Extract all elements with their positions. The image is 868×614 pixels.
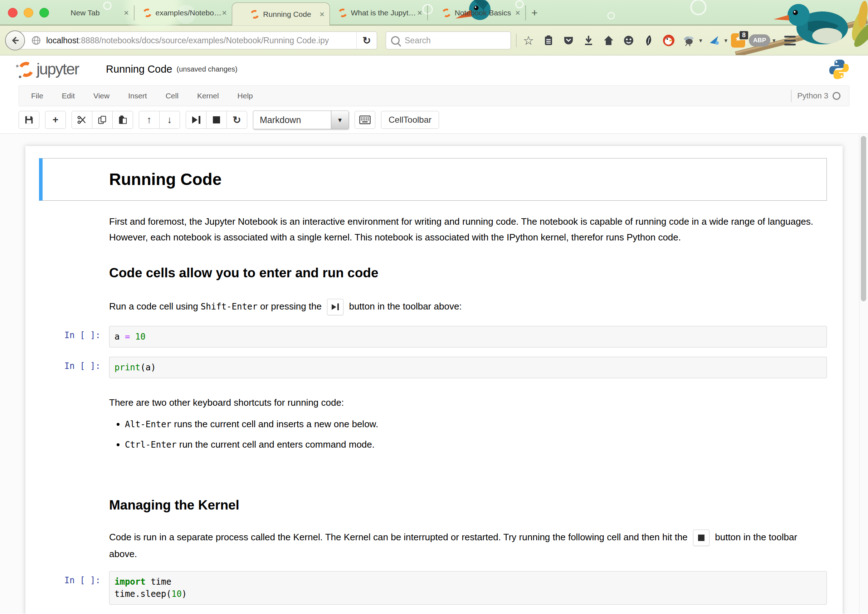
code-cell[interactable]: In [ ]: print(a) bbox=[25, 357, 843, 378]
tab-new-tab[interactable]: New Tab × bbox=[37, 0, 134, 25]
tab-what-is-jupyter[interactable]: What is the Jupyter Notebook × bbox=[330, 0, 427, 25]
tab-close-icon[interactable]: × bbox=[417, 9, 422, 17]
browser-chrome: New Tab × examples/Notebook/ × Running C… bbox=[0, 0, 868, 55]
search-box[interactable] bbox=[386, 31, 511, 50]
move-cell-down-button[interactable]: ↓ bbox=[159, 111, 180, 129]
menu-help[interactable]: Help bbox=[228, 91, 262, 100]
jupyter-header: jupyter Running Code (unsaved changes) bbox=[0, 55, 868, 83]
menu-insert[interactable]: Insert bbox=[119, 91, 157, 100]
code-input[interactable]: print(a) bbox=[109, 357, 827, 378]
scissors-icon bbox=[77, 115, 87, 125]
back-button[interactable] bbox=[5, 30, 25, 50]
adblock-plus-icon[interactable]: ABP bbox=[749, 34, 770, 47]
insert-cell-button[interactable]: + bbox=[45, 111, 66, 129]
search-input[interactable] bbox=[404, 36, 505, 46]
tab-label: New Tab bbox=[70, 9, 99, 17]
keyboard-icon bbox=[359, 115, 370, 124]
firefox-window: New Tab × examples/Notebook/ × Running C… bbox=[0, 0, 868, 614]
markdown-cell[interactable]: There are two other keyboard shortcuts f… bbox=[25, 395, 843, 458]
markdown-cell[interactable]: First and foremost, the Jupyter Notebook… bbox=[25, 214, 843, 245]
shortcut-item: Ctrl-Enter run the current cell and ente… bbox=[125, 438, 827, 451]
orange-extension-icon[interactable]: * 8 bbox=[731, 33, 745, 48]
notebook-toolbar: + bbox=[0, 106, 868, 134]
markdown-cell[interactable]: Run a code cell using Shift-Enter or pre… bbox=[25, 298, 843, 315]
dropdown-caret-icon[interactable]: ▾ bbox=[772, 37, 776, 44]
kernel-name: Python 3 bbox=[797, 91, 828, 101]
scrollbar-thumb[interactable] bbox=[861, 136, 866, 301]
tab-close-icon[interactable]: × bbox=[515, 9, 520, 17]
copy-cell-button[interactable] bbox=[92, 111, 113, 129]
markdown-cell[interactable]: Managing the Kernel bbox=[25, 497, 843, 513]
quill-extension-icon[interactable] bbox=[640, 32, 657, 49]
bookmark-star-icon[interactable]: ☆ bbox=[520, 32, 537, 49]
tab-close-icon[interactable]: × bbox=[124, 9, 129, 17]
save-button[interactable] bbox=[19, 111, 39, 129]
celltoolbar-button[interactable]: CellToolbar bbox=[381, 111, 439, 129]
tabs: New Tab × examples/Notebook/ × Running C… bbox=[37, 0, 543, 25]
tab-notebook-basics[interactable]: Notebook Basics × bbox=[428, 0, 525, 25]
restart-kernel-button[interactable]: ↻ bbox=[226, 111, 247, 129]
shortcuts-list: Alt-Enter runs the current cell and inse… bbox=[109, 417, 827, 451]
code-input[interactable]: import timetime.sleep(10) bbox=[109, 571, 827, 605]
interrupt-kernel-button[interactable] bbox=[206, 111, 227, 129]
duckduckgo-icon[interactable] bbox=[660, 32, 677, 49]
selected-markdown-cell[interactable]: Running Code bbox=[39, 158, 827, 201]
shortcuts-intro: There are two other keyboard shortcuts f… bbox=[109, 395, 827, 411]
section-heading-kernel: Managing the Kernel bbox=[109, 497, 827, 513]
tab-close-icon[interactable]: × bbox=[222, 9, 227, 17]
feedback-smiley-icon[interactable] bbox=[620, 32, 637, 49]
shortcut-item: Alt-Enter runs the current cell and inse… bbox=[125, 417, 827, 431]
python-logo-icon bbox=[829, 59, 849, 79]
jupyter-logo[interactable]: jupyter bbox=[19, 61, 79, 77]
code-cell[interactable]: In [ ]: a = 10 bbox=[25, 326, 843, 347]
run-cell-button[interactable] bbox=[186, 111, 206, 129]
cell-type-select[interactable]: Markdown ▾ bbox=[253, 110, 349, 129]
downloads-icon[interactable] bbox=[580, 32, 597, 49]
menu-file[interactable]: File bbox=[22, 91, 53, 100]
paste-cell-button[interactable] bbox=[112, 111, 133, 129]
url-bar[interactable]: localhost:8888/notebooks/docs/source/exa… bbox=[16, 31, 377, 50]
menu-cell[interactable]: Cell bbox=[157, 91, 188, 100]
code-cell[interactable]: In [ ]: import timetime.sleep(10) bbox=[25, 571, 843, 605]
paste-icon bbox=[118, 115, 128, 125]
jupyter-favicon-icon bbox=[250, 9, 260, 19]
pocket-icon[interactable] bbox=[560, 32, 577, 49]
menu-edit[interactable]: Edit bbox=[53, 91, 84, 100]
back-arrow-icon bbox=[10, 36, 20, 45]
menu-kernel[interactable]: Kernel bbox=[188, 91, 228, 100]
search-icon bbox=[391, 36, 400, 45]
tab-examples-notebook[interactable]: examples/Notebook/ × bbox=[135, 0, 232, 25]
cut-cell-button[interactable] bbox=[71, 111, 92, 129]
command-palette-button[interactable] bbox=[355, 111, 375, 129]
window-minimize-button[interactable] bbox=[23, 8, 33, 17]
kernel-idle-icon bbox=[832, 92, 840, 100]
markdown-cell[interactable]: Code cells allow you to enter and run co… bbox=[25, 265, 843, 281]
blue-tool-extension-icon[interactable] bbox=[706, 32, 722, 49]
toolbar-divider bbox=[516, 34, 517, 47]
move-cell-up-button[interactable]: ↑ bbox=[139, 111, 160, 129]
tab-label: What is the Jupyter Notebook bbox=[351, 9, 419, 17]
notebook-title[interactable]: Running Code bbox=[106, 64, 172, 75]
home-icon[interactable] bbox=[600, 32, 617, 49]
scrollbar-track[interactable] bbox=[859, 135, 868, 614]
menu-view[interactable]: View bbox=[84, 91, 119, 100]
stop-icon bbox=[213, 116, 220, 124]
notebook-scroll-area[interactable]: Running Code First and foremost, the Jup… bbox=[0, 134, 868, 614]
tab-running-code-active[interactable]: Running Code × bbox=[232, 3, 330, 25]
tab-label: Notebook Basics bbox=[455, 9, 511, 17]
reading-list-icon[interactable] bbox=[540, 32, 557, 49]
markdown-cell-clipped[interactable]: If the Kernel dies you will be prompted … bbox=[25, 611, 843, 614]
window-zoom-button[interactable] bbox=[39, 8, 49, 17]
menu-hamburger-icon[interactable] bbox=[784, 36, 796, 45]
code-input[interactable]: a = 10 bbox=[109, 326, 827, 347]
dropdown-caret-icon[interactable]: ▾ bbox=[724, 37, 728, 44]
markdown-cell[interactable]: Code is run in a separate process called… bbox=[25, 529, 843, 562]
reload-button[interactable]: ↻ bbox=[356, 32, 377, 49]
input-prompt: In [ ]: bbox=[39, 326, 109, 347]
move-button-group: ↑ ↓ bbox=[139, 111, 180, 129]
window-close-button[interactable] bbox=[8, 8, 17, 17]
tab-close-icon[interactable]: × bbox=[319, 10, 324, 19]
fly-extension-icon[interactable] bbox=[680, 32, 697, 49]
dropdown-caret-icon[interactable]: ▾ bbox=[699, 37, 702, 44]
new-tab-button[interactable]: + bbox=[526, 0, 543, 25]
